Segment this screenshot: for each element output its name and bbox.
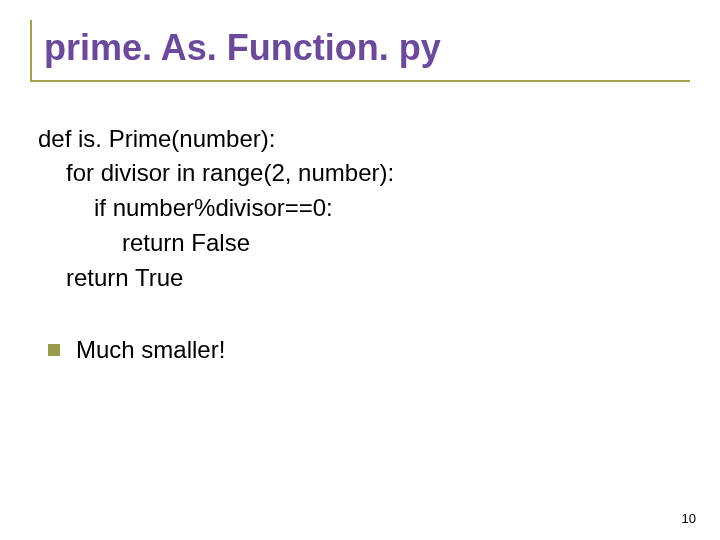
code-block: def is. Prime(number): for divisor in ra… bbox=[38, 122, 690, 296]
code-line: if number%divisor==0: bbox=[38, 191, 690, 226]
bullet-item: Much smaller! bbox=[48, 336, 690, 364]
square-bullet-icon bbox=[48, 344, 60, 356]
code-line: def is. Prime(number): bbox=[38, 122, 690, 157]
code-line: return False bbox=[38, 226, 690, 261]
page-number: 10 bbox=[682, 511, 696, 526]
slide: prime. As. Function. py def is. Prime(nu… bbox=[0, 0, 720, 540]
slide-title: prime. As. Function. py bbox=[44, 28, 690, 68]
bullet-text: Much smaller! bbox=[76, 336, 225, 364]
code-line: return True bbox=[38, 261, 690, 296]
code-line: for divisor in range(2, number): bbox=[38, 156, 690, 191]
title-container: prime. As. Function. py bbox=[30, 20, 690, 82]
